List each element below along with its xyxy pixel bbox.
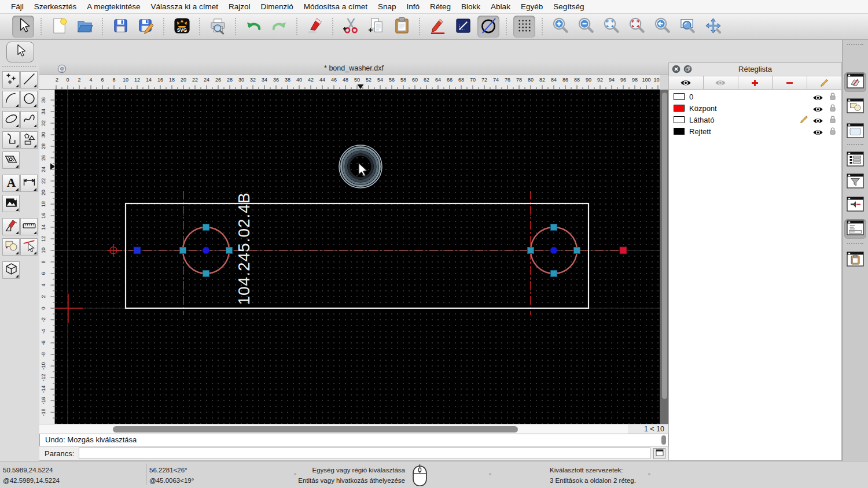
dock-layer-list[interactable]	[844, 72, 866, 92]
command-input[interactable]	[79, 448, 650, 459]
drawing-canvas[interactable]: 104.245.02.4B	[55, 90, 660, 424]
circle-tool[interactable]	[20, 91, 38, 108]
select-tool[interactable]	[12, 16, 34, 38]
solid-tool[interactable]	[2, 261, 20, 279]
canvas-vertical-scrollbar[interactable]	[660, 90, 668, 424]
menu-a-megtekint-se[interactable]: A megtekintése	[82, 0, 145, 13]
text-tool[interactable]: A	[2, 175, 20, 192]
polygon-tool[interactable]	[20, 131, 38, 149]
new-file-button[interactable]	[48, 16, 70, 38]
add-layer-button[interactable]	[738, 76, 773, 90]
horizontal-scroll-thumb[interactable]	[113, 426, 518, 432]
menu-seg-ts-g[interactable]: Segítség	[548, 0, 589, 13]
menu-egy-b[interactable]: Egyéb	[516, 0, 548, 13]
points-tool[interactable]	[2, 71, 20, 88]
pen-attributes-button[interactable]	[426, 16, 448, 38]
edit-pencil-icon	[800, 115, 808, 124]
menu-inf-[interactable]: Infó	[402, 0, 425, 13]
misc-tools[interactable]	[2, 218, 20, 235]
menu-rajzol[interactable]: Rajzol	[223, 0, 256, 13]
command-history-scroll-thumb[interactable]	[661, 435, 666, 445]
document-window: * bond_washer.dxf -202468101214161820222…	[39, 62, 668, 461]
zoom-pan-button[interactable]	[702, 16, 724, 38]
arc-tool[interactable]	[2, 91, 20, 108]
zoom-previous-button[interactable]	[651, 16, 673, 38]
hide-all-layers-button[interactable]	[703, 76, 738, 90]
minus-icon	[785, 79, 794, 87]
dock-clipboard[interactable]	[844, 250, 866, 270]
block-tool[interactable]	[2, 238, 20, 256]
modify-tool[interactable]	[20, 238, 38, 256]
layer-lock-icon[interactable]	[829, 92, 836, 101]
spline-tool[interactable]	[20, 111, 38, 128]
canvas-horizontal-scrollbar[interactable]	[39, 424, 628, 434]
copy-button[interactable]	[365, 16, 387, 38]
hatch-tool[interactable]	[2, 151, 20, 169]
menu-dimenzi-[interactable]: Dimenzió	[255, 0, 298, 13]
zoom-in-button[interactable]	[549, 16, 571, 38]
dock-selection-filter[interactable]	[844, 172, 866, 192]
pencil-icon	[820, 79, 829, 87]
zoom-out-button[interactable]	[575, 16, 597, 38]
save-button[interactable]	[109, 16, 131, 38]
command-detach-button[interactable]	[653, 448, 665, 459]
menu-snap[interactable]: Snap	[373, 0, 402, 13]
layer-visibility-icon[interactable]	[812, 116, 823, 123]
end-point-handle	[620, 247, 627, 254]
zoom-auto-button[interactable]	[600, 16, 622, 38]
line-attributes-button[interactable]	[452, 16, 474, 38]
undock-icon[interactable]	[683, 65, 692, 73]
dock-block-list[interactable]	[844, 97, 866, 117]
dimension-tool[interactable]	[20, 175, 38, 192]
menu-blokk[interactable]: Blokk	[456, 0, 486, 13]
dock-library-browser[interactable]	[844, 122, 866, 142]
toolbar-separator	[102, 18, 103, 35]
save-as-button[interactable]	[135, 16, 157, 38]
svg-text:38: 38	[285, 77, 290, 83]
circle-tool-button[interactable]	[477, 16, 499, 38]
layer-visibility-icon[interactable]	[812, 105, 823, 112]
redo-button[interactable]	[268, 16, 290, 38]
show-all-layers-button[interactable]	[668, 76, 703, 90]
zoom-window-button[interactable]	[676, 16, 698, 38]
ellipse-tool[interactable]	[2, 111, 20, 128]
menu-ablak[interactable]: Ablak	[486, 0, 516, 13]
close-icon[interactable]	[672, 65, 681, 73]
zoom-selected-button[interactable]	[626, 16, 648, 38]
menu-m-dos-tsa-a-c-met[interactable]: Módosítsa a címet	[299, 0, 373, 13]
dock-entity-list[interactable]	[844, 150, 866, 170]
layer-row-0[interactable]: 0	[669, 91, 841, 102]
polyline-tool[interactable]	[2, 131, 20, 149]
line-tool[interactable]	[20, 71, 38, 88]
document-titlebar[interactable]: * bond_washer.dxf	[39, 62, 668, 75]
grid-toggle-button[interactable]	[513, 16, 535, 38]
print-preview-button[interactable]	[207, 16, 229, 38]
dock-command-line[interactable]	[844, 219, 866, 239]
menu-v-lassza-ki-a-c-met[interactable]: Válassza ki a címet	[146, 0, 223, 13]
menu-r-teg[interactable]: Réteg	[425, 0, 456, 13]
cut-icon	[342, 17, 360, 36]
layer-lock-icon[interactable]	[829, 103, 836, 112]
delete-button[interactable]	[304, 16, 326, 38]
layer-lock-icon[interactable]	[829, 115, 836, 124]
vertical-scroll-thumb[interactable]	[662, 93, 667, 399]
cut-button[interactable]	[340, 16, 362, 38]
menu-szerkeszt-s[interactable]: Szerkesztés	[29, 0, 82, 13]
image-tool[interactable]	[2, 195, 20, 212]
open-file-button[interactable]	[73, 16, 95, 38]
menu-f-jl[interactable]: Fájl	[6, 0, 29, 13]
layer-row-rejtett[interactable]: Rejtett	[669, 125, 841, 137]
layer-visibility-icon[interactable]	[812, 93, 823, 100]
paste-button[interactable]	[391, 16, 413, 38]
layer-lock-icon[interactable]	[829, 127, 836, 135]
measure-tool[interactable]	[20, 218, 38, 235]
select-tool-big-button[interactable]	[6, 42, 34, 62]
edit-layer-button[interactable]	[807, 76, 842, 90]
remove-layer-button[interactable]	[772, 76, 807, 90]
layer-visibility-icon[interactable]	[812, 128, 823, 135]
layer-row-l-that-[interactable]: Látható	[669, 114, 841, 125]
export-svg-button[interactable]: SVG	[171, 16, 193, 38]
dock-plugins[interactable]	[844, 195, 866, 215]
undo-button[interactable]	[242, 16, 264, 38]
layer-row-k-zpont[interactable]: Központ	[669, 102, 841, 114]
